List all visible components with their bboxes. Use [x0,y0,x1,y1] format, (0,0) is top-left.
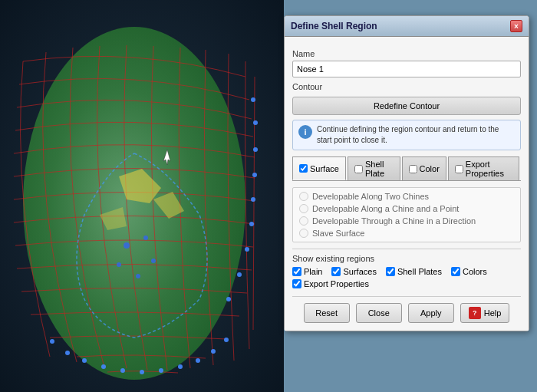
radio-opt2-label: Developable Along a Chine and a Point [312,204,459,213]
svg-point-22 [245,247,249,252]
tabs-row: Surface Shell Plate Color Export Propert… [292,156,521,181]
cb-shell-plates: Shell Plates [386,267,442,276]
name-label: Name [292,49,521,58]
radio-opt2[interactable] [299,204,308,213]
svg-point-6 [65,351,70,355]
radio-opt4-label: Slave Surface [312,229,364,238]
separator [292,249,521,249]
bottom-buttons-row: Reset Close Apply ? Help [292,296,521,323]
redefine-contour-button[interactable]: Redefine Contour [292,97,521,115]
svg-point-23 [237,272,242,277]
help-button[interactable]: ? Help [460,303,510,323]
svg-point-21 [249,222,254,226]
radio-row-opt3: Developable Through a Chine in a Directi… [299,216,514,226]
cb-plain: Plain [292,267,322,276]
cb-surfaces-label: Surfaces [343,267,376,276]
svg-point-12 [178,364,183,369]
dialog-title: Define Shell Region [291,21,377,31]
tab-surface-checkbox[interactable] [299,164,308,173]
radio-opt3-label: Developable Through a Chine in a Directi… [312,216,476,226]
svg-point-17 [253,120,258,125]
svg-point-27 [136,274,140,278]
svg-point-19 [252,173,257,177]
cb-colors-label: Colors [463,267,487,276]
help-label: Help [484,308,502,318]
cb-plain-input[interactable] [292,267,301,276]
dialog-titlebar: Define Shell Region × [285,16,529,37]
svg-point-28 [151,259,156,263]
svg-point-7 [82,358,87,363]
cb-shell-plates-label: Shell Plates [397,267,442,276]
svg-point-18 [253,147,258,152]
svg-point-14 [211,349,216,354]
svg-point-29 [143,236,148,240]
tab-surface-label: Surface [310,164,339,173]
show-regions-label: Show existing regions [292,254,521,263]
tab-export-properties[interactable]: Export Properties [448,156,519,180]
radio-row-opt1: Developable Along Two Chines [299,192,514,201]
tab-color-label: Color [420,164,440,173]
cb-colors: Colors [451,267,487,276]
tab-color[interactable]: Color [402,156,446,180]
show-regions-checkboxes-row2: Export Properties [292,279,521,288]
radio-opt1[interactable] [299,192,308,201]
svg-point-24 [226,297,231,301]
info-box: i Continue defining the region contour a… [292,120,521,150]
dialog-close-button[interactable]: × [510,20,522,32]
name-input[interactable] [292,61,521,77]
help-icon: ? [469,307,481,319]
radio-opt4[interactable] [299,229,308,238]
svg-point-15 [224,338,229,342]
show-regions-checkboxes-row1: Plain Surfaces Shell Plates Colors [292,267,521,276]
close-button[interactable]: Close [356,303,402,323]
svg-point-26 [117,262,121,267]
radio-opt3[interactable] [299,216,308,226]
tab-export-properties-label: Export Properties [466,160,512,178]
cb-colors-input[interactable] [451,267,460,276]
tab-color-checkbox[interactable] [409,165,417,173]
cb-export-properties-input[interactable] [292,279,301,288]
cb-surfaces: Surfaces [331,267,376,276]
cb-plain-label: Plain [304,267,322,276]
svg-point-5 [50,339,54,344]
svg-point-16 [251,97,255,102]
apply-button[interactable]: Apply [408,303,454,323]
tab-export-properties-checkbox[interactable] [455,165,463,173]
cb-shell-plates-input[interactable] [386,267,395,276]
cb-export-properties-label: Export Properties [304,279,369,288]
svg-point-13 [196,358,200,363]
radio-row-opt2: Developable Along a Chine and a Point [299,204,514,213]
radio-opt1-label: Developable Along Two Chines [312,192,429,201]
contour-label: Contour [292,82,521,91]
svg-point-20 [251,197,255,202]
define-shell-region-dialog: Define Shell Region × Name Contour Redef… [284,15,529,331]
reset-button[interactable]: Reset [304,303,350,323]
tab-surface[interactable]: Surface [292,156,346,180]
cb-surfaces-input[interactable] [331,267,341,276]
svg-point-9 [120,368,125,373]
svg-point-10 [140,370,144,374]
svg-point-11 [159,368,163,373]
svg-point-25 [124,242,130,249]
3d-viewport [0,0,284,392]
dialog-content: Name Contour Redefine Contour i Continue… [285,37,529,331]
cb-export-properties: Export Properties [292,279,369,288]
tab-shell-plate-checkbox[interactable] [354,165,363,173]
surface-options-section: Developable Along Two Chines Developable… [292,187,521,242]
radio-row-opt4: Slave Surface [299,229,514,238]
info-text: Continue defining the region contour and… [317,124,515,146]
tab-shell-plate[interactable]: Shell Plate [348,156,400,180]
svg-point-8 [101,364,106,369]
tab-shell-plate-label: Shell Plate [365,160,394,178]
info-icon: i [298,125,312,139]
